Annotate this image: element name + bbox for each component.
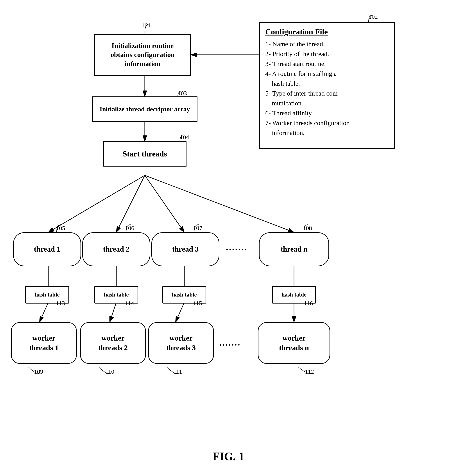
label-curve-105 [50,222,65,233]
init-box-label: Initialization routine obtains configura… [95,41,190,68]
thread1-label: thread 1 [34,244,60,254]
hash2-label: hash table [104,291,129,298]
label-curve-109 [24,366,44,375]
thread3-node: thread 3 [151,232,220,266]
label-115: 115 [193,300,202,307]
threadn-label: thread n [280,244,307,254]
config-item-5: 5- Type of inter-thread com- munication. [265,88,388,108]
start-threads-label: Start threads [123,149,167,159]
label-curve-101 [136,22,154,35]
label-114: 114 [125,300,134,307]
thread2-label: thread 2 [103,244,130,254]
label-116: 116 [304,300,313,307]
hash1-label: hash table [35,291,60,298]
label-curve-112 [294,366,316,375]
worker1-label: worker threads 1 [29,333,59,353]
svg-line-11 [110,302,116,322]
hashn-label: hash table [281,291,306,298]
label-curve-107 [188,222,203,233]
fig-caption: FIG. 1 [213,450,244,463]
config-item-3: 3- Thread start routine. [265,59,388,68]
thread3-label: thread 3 [172,244,199,254]
thread-ellipsis: ....... [226,242,247,253]
config-title: Configuration File [265,27,388,36]
svg-line-6 [145,175,184,232]
worker-ellipsis: ....... [220,338,241,348]
worker3-label: worker threads 3 [166,333,196,353]
label-curve-108 [297,222,313,233]
svg-line-7 [145,175,294,232]
config-item-2: 2- Priority of the thread. [265,49,388,59]
thread2-node: thread 2 [82,232,150,266]
worker3-node: worker threads 3 [148,322,214,364]
workern-node: worker threads n [258,322,330,364]
label-113: 113 [56,300,65,307]
init-array-box: Initialize thread decriptor array [92,96,197,122]
hash3-label: hash table [172,291,197,298]
config-item-6: 6- Thread affinity. [265,108,388,118]
svg-line-9 [39,302,48,322]
init-box: Initialization routine obtains configura… [94,34,191,76]
worker2-label: worker threads 2 [98,333,128,353]
diagram: Initialization routine obtains configura… [0,0,457,476]
config-item-1: 1- Name of the thread. [265,39,388,49]
config-item-4: 4- A routine for installing a hash table… [265,68,388,88]
label-curve-110 [94,366,114,375]
worker1-node: worker threads 1 [11,322,77,364]
label-curve-103 [171,89,186,99]
label-curve-104 [173,133,189,144]
start-threads-box: Start threads [103,141,186,167]
threadn-node: thread n [259,232,329,266]
config-item-7: 7- Worker threads configuration informat… [265,118,388,138]
label-curve-106 [120,222,135,233]
workern-label: worker threads n [279,333,309,353]
label-curve-111 [162,366,182,375]
worker2-node: worker threads 2 [80,322,146,364]
svg-line-13 [176,302,184,322]
init-array-label: Initialize thread decriptor array [100,105,190,113]
config-box: Configuration File 1- Name of the thread… [259,22,395,149]
label-curve-102 [360,13,377,24]
thread1-node: thread 1 [13,232,81,266]
